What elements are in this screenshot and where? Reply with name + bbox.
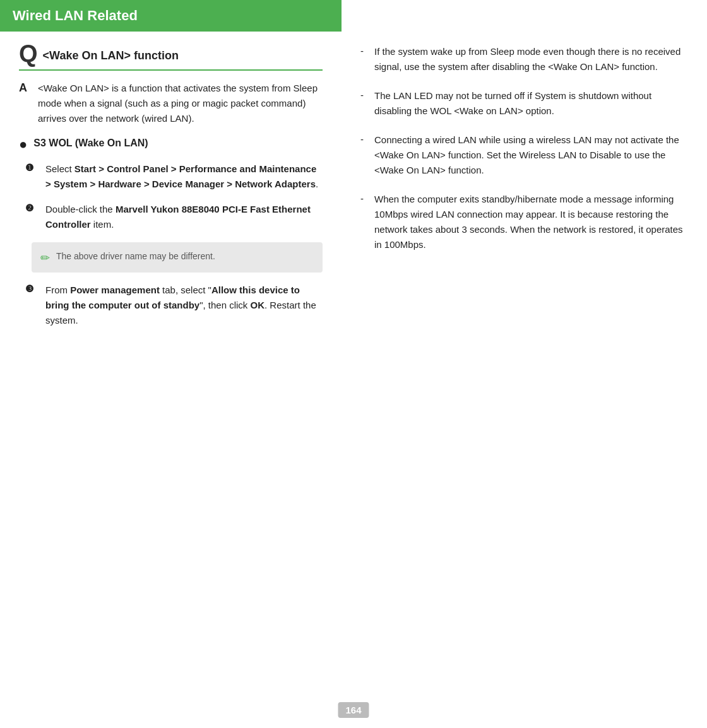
step-3: ❸ From Power management tab, select "All…	[25, 283, 323, 328]
question-title: <Wake On LAN> function	[43, 44, 179, 62]
list-item: - If the system wake up from Sleep mode …	[360, 44, 688, 74]
note-box: ✏ The above driver name may be different…	[32, 242, 323, 273]
dash-icon-2: -	[360, 90, 367, 100]
answer-text: <Wake On LAN> is a function that activat…	[38, 81, 323, 126]
q-letter: Q	[19, 42, 38, 66]
steps-container: ❶ Select Start > Control Panel > Perform…	[25, 161, 323, 328]
green-divider	[19, 69, 323, 71]
step-1: ❶ Select Start > Control Panel > Perform…	[25, 161, 323, 192]
note-text: The above driver name may be different.	[56, 250, 215, 263]
step-1-text: Select Start > Control Panel > Performan…	[45, 161, 323, 192]
question-section: Q <Wake On LAN> function	[19, 44, 323, 66]
dash-icon-4: -	[360, 193, 367, 204]
dash-text-2: The LAN LED may not be turned off if Sys…	[374, 88, 688, 119]
step-2: ❷ Double-click the Marvell Yukon 88E8040…	[25, 202, 323, 232]
page-number-container: 164	[338, 705, 369, 715]
bullet-section: ● S3 WOL (Wake On LAN)	[19, 138, 323, 153]
step-2-num: ❷	[25, 203, 40, 214]
dash-text-4: When the computer exits standby/hibernat…	[374, 192, 688, 252]
left-column: Q <Wake On LAN> function A <Wake On LAN>…	[0, 32, 342, 351]
answer-section: A <Wake On LAN> is a function that activ…	[19, 81, 323, 126]
right-column: - If the system wake up from Sleep mode …	[342, 32, 707, 351]
page-title: Wired LAN Related	[13, 8, 138, 24]
dash-icon-3: -	[360, 134, 367, 144]
step-3-num: ❸	[25, 283, 40, 295]
dash-text-3: Connecting a wired LAN while using a wir…	[374, 132, 688, 178]
list-item: - Connecting a wired LAN while using a w…	[360, 132, 688, 178]
page-number: 164	[338, 702, 369, 718]
a-letter: A	[19, 81, 32, 95]
step-1-num: ❶	[25, 162, 40, 173]
dash-icon-1: -	[360, 45, 367, 56]
bullet-dot: ●	[19, 136, 27, 153]
main-content: Q <Wake On LAN> function A <Wake On LAN>…	[0, 32, 707, 351]
step-3-text: From Power management tab, select "Allow…	[45, 283, 323, 328]
pencil-icon: ✏	[40, 251, 50, 265]
step-2-text: Double-click the Marvell Yukon 88E8040 P…	[45, 202, 323, 232]
bullet-label: S3 WOL (Wake On LAN)	[33, 138, 148, 149]
list-item: - When the computer exits standby/hibern…	[360, 192, 688, 252]
header-bar: Wired LAN Related	[0, 0, 342, 32]
dash-text-1: If the system wake up from Sleep mode ev…	[374, 44, 688, 74]
list-item: - The LAN LED may not be turned off if S…	[360, 88, 688, 119]
dash-list: - If the system wake up from Sleep mode …	[360, 44, 688, 252]
